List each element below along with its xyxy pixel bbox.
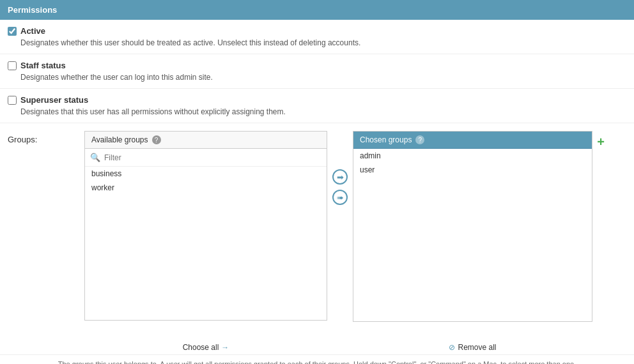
groups-label-text: Groups: [8,135,37,144]
choose-all-arrow-icon: → [221,343,229,352]
staff-label-text: Staff status [20,61,66,70]
staff-section: Staff status Designates whether the user… [0,54,634,89]
active-label-text: Active [20,26,45,36]
filter-row: 🔍 [85,149,327,167]
list-item[interactable]: admin [353,149,592,163]
groups-label: Groups: [8,131,84,144]
chosen-header: Chosen groups ? [353,132,592,149]
chosen-list: admin user [353,149,592,321]
add-button[interactable]: + [597,135,605,148]
staff-description: Designates whether the user can log into… [20,73,626,82]
available-help-icon[interactable]: ? [152,135,161,144]
move-left-button[interactable]: ➠ [332,190,348,205]
arrow-col-spacer [327,343,353,352]
superuser-checkbox[interactable] [8,96,17,105]
active-section: Active Designates whether this user shou… [0,20,634,54]
list-item[interactable]: business [85,167,327,181]
choose-all-link[interactable]: Choose all → [183,343,229,352]
active-label[interactable]: Active [8,26,626,36]
superuser-section: Superuser status Designates that this us… [0,89,634,123]
bottom-note: The groups this user belongs to. A user … [0,354,634,364]
remove-all-label: Remove all [458,343,496,352]
permissions-header: Permissions [0,0,634,20]
choose-all-label: Choose all [183,343,219,352]
footer-links-row: Choose all → ⊘ Remove all [0,340,634,354]
groups-container: Available groups ? 🔍 business worker ➡ ➠… [84,131,626,322]
chosen-header-text: Chosen groups [360,135,412,144]
filter-input[interactable] [104,153,321,162]
footer-links-container: Choose all → ⊘ Remove all [84,343,626,352]
active-description: Designates whether this user should be t… [20,38,626,47]
staff-checkbox[interactable] [8,61,17,70]
list-item[interactable]: worker [85,181,327,195]
groups-section: Groups: Available groups ? 🔍 business wo… [0,123,634,340]
available-header-text: Available groups [91,135,148,144]
available-header: Available groups ? [85,132,327,149]
remove-all-link[interactable]: ⊘ Remove all [449,343,496,352]
choose-all-container: Choose all → [84,343,327,352]
permissions-title: Permissions [8,5,57,15]
available-list: business worker [85,167,327,320]
list-item[interactable]: user [353,163,592,177]
footer-spacer [8,343,84,352]
bottom-note-text: The groups this user belongs to. A user … [58,360,576,364]
available-panel: Available groups ? 🔍 business worker [84,131,327,321]
superuser-label[interactable]: Superuser status [8,95,626,105]
search-icon: 🔍 [90,153,100,162]
move-right-button[interactable]: ➡ [332,169,348,185]
remove-all-icon: ⊘ [449,343,455,352]
chosen-panel: Chosen groups ? + admin user [353,131,592,322]
transfer-buttons: ➡ ➠ [327,131,353,205]
superuser-description: Designates that this user has all permis… [20,107,626,116]
superuser-label-text: Superuser status [20,95,88,105]
staff-label[interactable]: Staff status [8,61,626,70]
remove-all-container: ⊘ Remove all [353,343,592,352]
chosen-help-icon[interactable]: ? [415,135,424,144]
active-checkbox[interactable] [8,27,17,36]
